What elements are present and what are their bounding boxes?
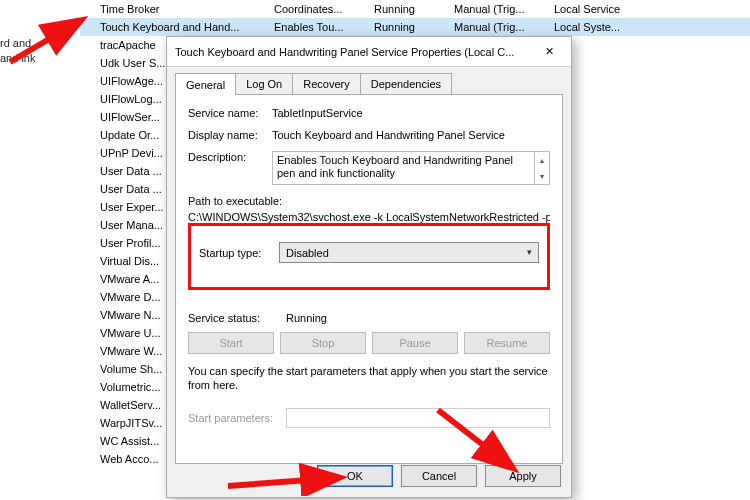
- gear-icon: [80, 235, 96, 251]
- cropped-annotation: rd and and ink: [0, 36, 56, 66]
- tab-recovery[interactable]: Recovery: [292, 73, 360, 94]
- gear-icon: [80, 253, 96, 269]
- label-path: Path to executable:: [188, 195, 550, 207]
- gear-icon: [80, 451, 96, 467]
- gear-icon: [80, 217, 96, 233]
- gear-icon: [80, 181, 96, 197]
- general-pane: Service name: TabletInputService Display…: [175, 94, 563, 464]
- gear-icon: [80, 397, 96, 413]
- stop-button[interactable]: Stop: [280, 332, 366, 354]
- label-description: Description:: [188, 151, 272, 185]
- ok-button[interactable]: OK: [317, 465, 393, 487]
- gear-icon: [80, 19, 96, 35]
- start-param-hint: You can specify the start parameters tha…: [188, 364, 550, 392]
- value-description: Enables Touch Keyboard and Handwriting P…: [272, 151, 534, 185]
- service-row[interactable]: Touch Keyboard and Hand...Enables Tou...…: [80, 18, 750, 36]
- gear-icon: [80, 433, 96, 449]
- label-service-status: Service status:: [188, 312, 286, 324]
- close-icon: ✕: [545, 45, 554, 58]
- gear-icon: [80, 163, 96, 179]
- tab-strip: General Log On Recovery Dependencies: [167, 67, 571, 94]
- gear-icon: [80, 1, 96, 17]
- gear-icon: [80, 343, 96, 359]
- dialog-title: Touch Keyboard and Handwriting Panel Ser…: [175, 46, 529, 58]
- label-display-name: Display name:: [188, 129, 272, 141]
- tab-logon[interactable]: Log On: [235, 73, 293, 94]
- label-startup-type: Startup type:: [199, 247, 279, 259]
- gear-icon: [80, 199, 96, 215]
- description-spinner[interactable]: ▴ ▾: [534, 151, 550, 185]
- highlight-startup: Startup type: Disabled ▾: [188, 223, 550, 290]
- gear-icon: [80, 145, 96, 161]
- service-startup: Manual (Trig...: [454, 21, 554, 33]
- startup-type-value: Disabled: [286, 247, 329, 259]
- gear-icon: [80, 307, 96, 323]
- service-status: Running: [374, 21, 454, 33]
- label-start-parameters: Start parameters:: [188, 412, 286, 424]
- service-status: Running: [374, 3, 454, 15]
- gear-icon: [80, 37, 96, 53]
- titlebar[interactable]: Touch Keyboard and Handwriting Panel Ser…: [167, 37, 571, 67]
- gear-icon: [80, 271, 96, 287]
- service-name: Time Broker: [100, 3, 274, 15]
- gear-icon: [80, 289, 96, 305]
- gear-icon: [80, 325, 96, 341]
- gear-icon: [80, 91, 96, 107]
- resume-button[interactable]: Resume: [464, 332, 550, 354]
- gear-icon: [80, 415, 96, 431]
- dialog-button-row: OK Cancel Apply: [317, 465, 561, 487]
- gear-icon: [80, 73, 96, 89]
- startup-type-dropdown[interactable]: Disabled ▾: [279, 242, 539, 263]
- value-service-name: TabletInputService: [272, 107, 550, 119]
- value-path: C:\WINDOWS\System32\svchost.exe -k Local…: [188, 211, 550, 223]
- chevron-down-icon: ▾: [527, 247, 532, 257]
- service-desc: Enables Tou...: [274, 21, 374, 33]
- service-startup: Manual (Trig...: [454, 3, 554, 15]
- spin-up-icon[interactable]: ▴: [535, 152, 549, 168]
- gear-icon: [80, 361, 96, 377]
- tab-dependencies[interactable]: Dependencies: [360, 73, 452, 94]
- apply-button[interactable]: Apply: [485, 465, 561, 487]
- gear-icon: [80, 127, 96, 143]
- value-display-name: Touch Keyboard and Handwriting Panel Ser…: [272, 129, 550, 141]
- gear-icon: [80, 55, 96, 71]
- close-button[interactable]: ✕: [529, 38, 569, 66]
- service-logon: Local Syste...: [554, 21, 654, 33]
- service-properties-dialog: Touch Keyboard and Handwriting Panel Ser…: [166, 36, 572, 498]
- tab-general[interactable]: General: [175, 73, 236, 95]
- spin-down-icon[interactable]: ▾: [535, 168, 549, 184]
- service-name: Touch Keyboard and Hand...: [100, 21, 274, 33]
- value-service-status: Running: [286, 312, 550, 324]
- start-button[interactable]: Start: [188, 332, 274, 354]
- pause-button[interactable]: Pause: [372, 332, 458, 354]
- service-desc: Coordinates...: [274, 3, 374, 15]
- gear-icon: [80, 109, 96, 125]
- service-row[interactable]: Time BrokerCoordinates...RunningManual (…: [80, 0, 750, 18]
- label-service-name: Service name:: [188, 107, 272, 119]
- gear-icon: [80, 379, 96, 395]
- start-parameters-input[interactable]: [286, 408, 550, 428]
- service-logon: Local Service: [554, 3, 654, 15]
- cancel-button[interactable]: Cancel: [401, 465, 477, 487]
